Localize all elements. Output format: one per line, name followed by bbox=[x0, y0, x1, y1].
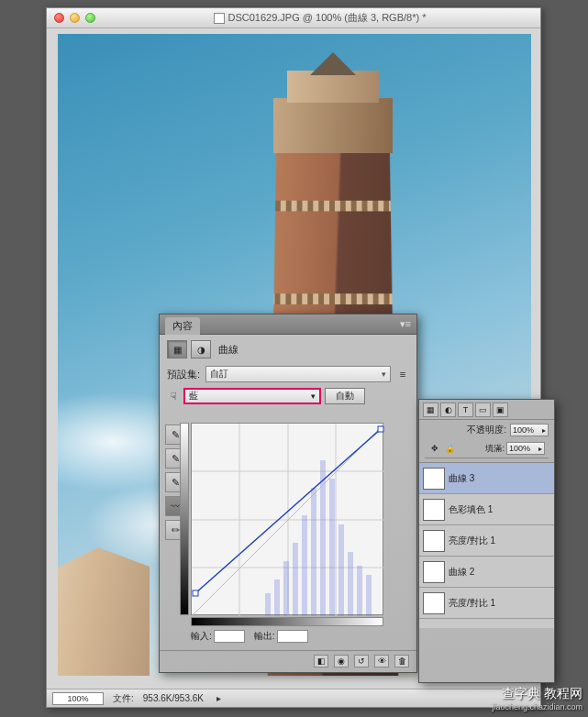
svg-rect-20 bbox=[378, 426, 383, 432]
titlebar: DSC01629.JPG @ 100% (曲線 3, RGB/8*) * bbox=[47, 8, 540, 28]
layer-item[interactable]: 曲線 3 bbox=[419, 463, 554, 494]
properties-panel: 內容 ▾≡ ▦ ◑ 曲線 預設集: 自訂 ≡ ☟ 藍 自動 ✎ ✎ ✎ 〰 ✏ bbox=[159, 314, 417, 673]
filter-shape-icon[interactable]: ▭ bbox=[475, 403, 491, 417]
output-label: 輸出: bbox=[254, 630, 275, 643]
auto-button[interactable]: 自動 bbox=[325, 388, 365, 404]
layer-thumb-icon[interactable] bbox=[423, 592, 445, 614]
preset-label: 預設集: bbox=[167, 368, 200, 381]
view-previous-icon[interactable]: ◉ bbox=[334, 655, 349, 667]
layer-thumb-icon[interactable] bbox=[423, 468, 445, 490]
layer-item[interactable]: 亮度/對比 1 bbox=[419, 588, 554, 619]
move-icon[interactable]: ✥ bbox=[428, 442, 441, 455]
channel-row: ☟ 藍 自動 bbox=[167, 388, 409, 404]
input-output-row: 輸入: 輸出: bbox=[191, 630, 383, 643]
close-window-button[interactable] bbox=[54, 13, 64, 23]
layers-list: 曲線 3 色彩填色 1 亮度/對比 1 曲線 2 亮度/對比 1 bbox=[419, 463, 554, 628]
zoom-window-button[interactable] bbox=[85, 13, 95, 23]
window-title: DSC01629.JPG @ 100% (曲線 3, RGB/8*) * bbox=[106, 11, 533, 25]
layer-name[interactable]: 色彩填色 1 bbox=[449, 503, 550, 516]
panel-header: 內容 ▾≡ bbox=[160, 314, 416, 335]
fill-field[interactable]: 100% bbox=[506, 442, 545, 455]
input-field[interactable] bbox=[214, 630, 245, 643]
mask-mode-icon[interactable]: ◑ bbox=[191, 340, 211, 358]
lock-icon[interactable]: 🔒 bbox=[443, 442, 456, 455]
layer-item[interactable]: 曲線 2 bbox=[419, 557, 554, 588]
layer-thumb-icon[interactable] bbox=[423, 561, 445, 583]
adjustment-mode-row: ▦ ◑ 曲線 bbox=[167, 340, 409, 358]
channel-dropdown[interactable]: 藍 bbox=[183, 388, 321, 404]
input-gradient bbox=[191, 617, 383, 626]
curves-graph[interactable] bbox=[191, 423, 383, 615]
panel-tab-properties[interactable]: 內容 bbox=[165, 317, 200, 335]
docsize-value: 953.6K/953.6K bbox=[143, 693, 204, 703]
layers-panel: ▦ ◐ T ▭ ▣ 不透明度: 100% ✥ 🔒 填滿: 100% 曲線 3 色… bbox=[418, 399, 555, 683]
watermark: 查字典 教程网 jiaocheng.chazidian.com bbox=[492, 686, 582, 711]
minimize-window-button[interactable] bbox=[70, 13, 80, 23]
docsize-label: 文件: bbox=[113, 692, 134, 705]
output-field[interactable] bbox=[277, 630, 308, 643]
layer-name[interactable]: 曲線 3 bbox=[449, 472, 550, 485]
doc-icon bbox=[214, 13, 225, 24]
layer-filter-toolbar: ▦ ◐ T ▭ ▣ bbox=[419, 400, 554, 420]
svg-line-18 bbox=[192, 424, 384, 616]
layer-options: 不透明度: 100% ✥ 🔒 填滿: 100% bbox=[419, 420, 554, 463]
reset-icon[interactable]: ↺ bbox=[354, 655, 369, 667]
preset-dropdown[interactable]: 自訂 bbox=[205, 366, 391, 382]
layer-thumb-icon[interactable] bbox=[423, 530, 445, 552]
curves-mode-icon[interactable]: ▦ bbox=[167, 340, 187, 358]
target-adjust-icon[interactable]: ☟ bbox=[167, 390, 180, 403]
layer-name[interactable]: 亮度/對比 1 bbox=[449, 535, 550, 547]
fill-label: 填滿: bbox=[485, 443, 505, 455]
filter-smart-icon[interactable]: ▣ bbox=[493, 403, 508, 417]
clip-to-layer-icon[interactable]: ◧ bbox=[314, 655, 328, 667]
layer-item[interactable]: 色彩填色 1 bbox=[419, 494, 554, 525]
panel-menu-icon[interactable]: ▾≡ bbox=[400, 318, 411, 330]
preset-row: 預設集: 自訂 ≡ bbox=[167, 366, 409, 382]
filter-pixel-icon[interactable]: ▦ bbox=[423, 403, 438, 417]
input-label: 輸入: bbox=[191, 630, 212, 643]
preset-menu-icon[interactable]: ≡ bbox=[396, 369, 409, 380]
filter-type-icon[interactable]: T bbox=[458, 403, 473, 417]
toggle-visibility-icon[interactable]: 👁 bbox=[374, 655, 389, 667]
layer-name[interactable]: 曲線 2 bbox=[449, 566, 550, 579]
delete-adjustment-icon[interactable]: 🗑 bbox=[394, 655, 409, 667]
layer-item[interactable]: 亮度/對比 1 bbox=[419, 525, 554, 557]
opacity-label: 不透明度: bbox=[467, 424, 506, 436]
status-bar: 100% 文件: 953.6K/953.6K ▸ bbox=[47, 689, 540, 707]
opacity-field[interactable]: 100% bbox=[510, 424, 549, 436]
svg-rect-19 bbox=[193, 590, 198, 596]
layer-thumb-icon[interactable] bbox=[423, 499, 445, 521]
panel-footer: ◧ ◉ ↺ 👁 🗑 bbox=[160, 650, 416, 668]
filter-adjust-icon[interactable]: ◐ bbox=[440, 403, 456, 417]
window-controls bbox=[54, 13, 95, 23]
zoom-level[interactable]: 100% bbox=[52, 692, 104, 705]
output-gradient bbox=[180, 423, 189, 615]
layer-name[interactable]: 亮度/對比 1 bbox=[449, 597, 550, 610]
docsize-arrow-icon[interactable]: ▸ bbox=[216, 693, 221, 703]
adjustment-title: 曲線 bbox=[218, 343, 239, 357]
